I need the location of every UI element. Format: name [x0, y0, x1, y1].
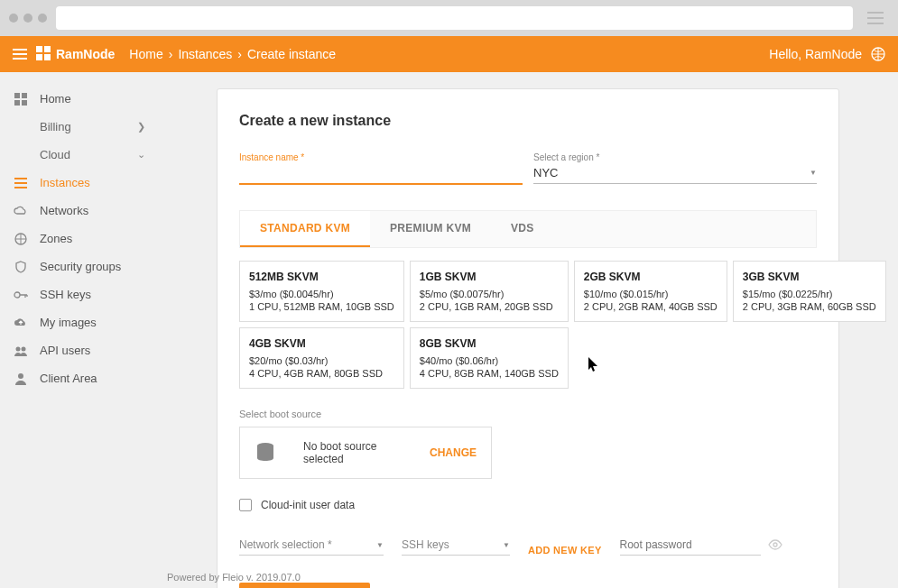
svg-rect-10 [14, 182, 27, 184]
sidebar-item-label: My images [40, 316, 97, 329]
breadcrumb: Home › Instances › Create instance [129, 47, 336, 61]
ssh-keys-label: SSH keys [402, 538, 449, 551]
sidebar-item-ssh-keys[interactable]: SSH keys [0, 280, 158, 308]
instance-name-field: Instance name * [239, 152, 523, 185]
ssh-keys-field: SSH keys ▼ [402, 535, 510, 556]
root-password-input[interactable] [620, 535, 761, 556]
brand-name: RamNode [56, 47, 115, 61]
plan-4gb[interactable]: 4GB SKVM $20/mo ($0.03/hr) 4 CPU, 4GB RA… [239, 327, 404, 389]
tab-vds[interactable]: VDS [491, 211, 554, 247]
sidebar-item-zones[interactable]: Zones [0, 225, 158, 253]
create-instance-button[interactable]: CREATE INSTANCE [239, 583, 370, 588]
plan-spec: 4 CPU, 8GB RAM, 140GB SSD [420, 368, 559, 379]
users-icon [13, 345, 29, 356]
plan-title: 2GB SKVM [584, 271, 717, 283]
plan-title: 8GB SKVM [420, 337, 559, 350]
cloud-init-row: Cloud-init user data [239, 499, 817, 511]
svg-point-15 [22, 346, 26, 351]
upload-icon [13, 317, 29, 328]
globe-icon [13, 233, 29, 245]
create-instance-card: Create a new instance Instance name * Se… [217, 88, 839, 588]
region-select[interactable]: NYC ▼ [533, 162, 817, 184]
sidebar-item-my-images[interactable]: My images [0, 308, 158, 336]
plan-price: $5/mo ($0.0075/hr) [420, 289, 559, 299]
sidebar-item-cloud[interactable]: Cloud ⌄ [0, 141, 158, 169]
plan-8gb[interactable]: 8GB SKVM $40/mo ($0.06/hr) 4 CPU, 8GB RA… [410, 327, 569, 389]
browser-menu-icon[interactable] [862, 6, 889, 30]
sidebar-item-billing[interactable]: Billing ❯ [0, 113, 158, 141]
svg-rect-2 [36, 54, 42, 60]
topbar: RamNode Home › Instances › Create instan… [0, 36, 898, 72]
plan-price: $3/mo ($0.0045/hr) [249, 289, 394, 299]
tab-standard-kvm[interactable]: STANDARD KVM [240, 211, 370, 247]
svg-point-16 [18, 373, 23, 379]
svg-rect-6 [22, 93, 27, 98]
plan-price: $10/mo ($0.015/hr) [584, 289, 717, 299]
greeting-text: Hello, RamNode [769, 47, 862, 61]
topbar-right: Hello, RamNode [769, 47, 885, 61]
sidebar-item-label: Instances [40, 176, 90, 189]
sidebar-item-label: Client Area [40, 372, 97, 385]
plan-grid: 512MB SKVM $3/mo ($0.0045/hr) 1 CPU, 512… [239, 261, 817, 389]
plan-price: $20/mo ($0.03/hr) [249, 355, 394, 366]
plan-spec: 2 CPU, 2GB RAM, 40GB SSD [584, 301, 717, 312]
plan-3gb[interactable]: 3GB SKVM $15/mo ($0.0225/hr) 2 CPU, 3GB … [733, 261, 886, 322]
window-maximize-icon[interactable] [38, 14, 47, 23]
window-close-icon[interactable] [9, 14, 18, 23]
brand-logo-icon [36, 46, 51, 63]
sidebar-item-label: Zones [40, 232, 72, 245]
cloud-init-checkbox[interactable] [239, 499, 252, 511]
sidebar-item-label: Networks [40, 204, 88, 217]
database-icon [255, 441, 276, 465]
instance-name-input[interactable] [239, 162, 523, 185]
plan-1gb[interactable]: 1GB SKVM $5/mo ($0.0075/hr) 2 CPU, 1GB R… [410, 261, 569, 322]
cloud-init-label: Cloud-init user data [261, 499, 355, 511]
window-minimize-icon[interactable] [23, 14, 32, 23]
chevron-down-icon: ⌄ [137, 149, 145, 161]
sidebar-item-home[interactable]: Home [0, 85, 158, 113]
boot-source-label: Select boot source [239, 409, 817, 419]
footer-text: Powered by Fleio v. 2019.07.0 [167, 572, 301, 583]
plan-2gb[interactable]: 2GB SKVM $10/mo ($0.015/hr) 2 CPU, 2GB R… [574, 261, 727, 322]
svg-rect-0 [36, 46, 42, 52]
plan-price: $15/mo ($0.0225/hr) [743, 289, 876, 299]
add-new-key-button[interactable]: ADD NEW KEY [528, 545, 602, 556]
network-field: Network selection * ▼ [239, 535, 384, 556]
sidebar-item-networks[interactable]: Networks [0, 197, 158, 225]
person-icon [13, 372, 29, 385]
svg-rect-11 [14, 187, 27, 188]
network-select[interactable]: Network selection * ▼ [239, 535, 384, 556]
sidebar-item-api-users[interactable]: API users [0, 336, 158, 364]
breadcrumb-home[interactable]: Home [129, 47, 162, 61]
sidebar-item-client-area[interactable]: Client Area [0, 364, 158, 392]
window-controls [9, 14, 47, 23]
svg-point-18 [773, 543, 777, 547]
svg-point-14 [16, 346, 21, 351]
breadcrumb-instances[interactable]: Instances [178, 47, 232, 61]
region-value: NYC [533, 166, 558, 179]
chevron-down-icon: ▼ [376, 541, 384, 549]
breadcrumb-create: Create instance [247, 47, 336, 61]
sidebar: Home Billing ❯ Cloud ⌄ Instances Network… [0, 72, 158, 588]
globe-icon[interactable] [871, 47, 885, 61]
menu-icon[interactable] [13, 49, 27, 60]
network-label: Network selection * [239, 538, 332, 551]
instance-name-label: Instance name * [239, 152, 523, 162]
sidebar-item-security-groups[interactable]: Security groups [0, 253, 158, 280]
brand[interactable]: RamNode [36, 46, 115, 63]
form-actions: CREATE INSTANCE CANCEL [239, 583, 817, 588]
boot-source-change-button[interactable]: CHANGE [430, 446, 477, 459]
ssh-keys-select[interactable]: SSH keys ▼ [402, 535, 510, 556]
sidebar-item-label: Cloud [40, 148, 70, 161]
eye-icon[interactable] [768, 538, 782, 553]
svg-rect-7 [14, 100, 20, 106]
sidebar-item-instances[interactable]: Instances [0, 169, 158, 197]
chevron-right-icon: › [237, 47, 242, 61]
plan-512mb[interactable]: 512MB SKVM $3/mo ($0.0045/hr) 1 CPU, 512… [239, 261, 404, 322]
svg-rect-9 [14, 178, 27, 179]
browser-url-bar[interactable] [56, 6, 853, 30]
svg-rect-1 [44, 46, 51, 52]
region-field: Select a region * NYC ▼ [533, 152, 817, 185]
tab-premium-kvm[interactable]: PREMIUM KVM [370, 211, 491, 247]
page-title: Create a new instance [239, 113, 817, 129]
